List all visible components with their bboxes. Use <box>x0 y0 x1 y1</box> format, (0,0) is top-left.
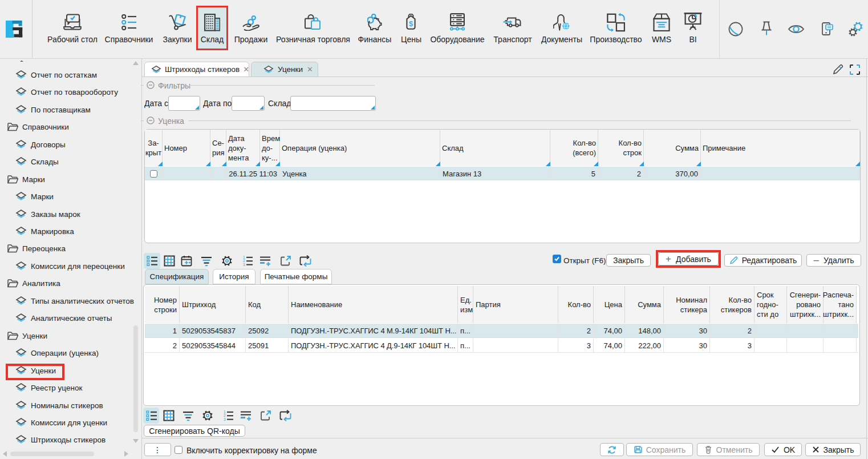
svg-text:3: 3 <box>243 263 245 267</box>
svg-text:3: 3 <box>224 417 226 421</box>
